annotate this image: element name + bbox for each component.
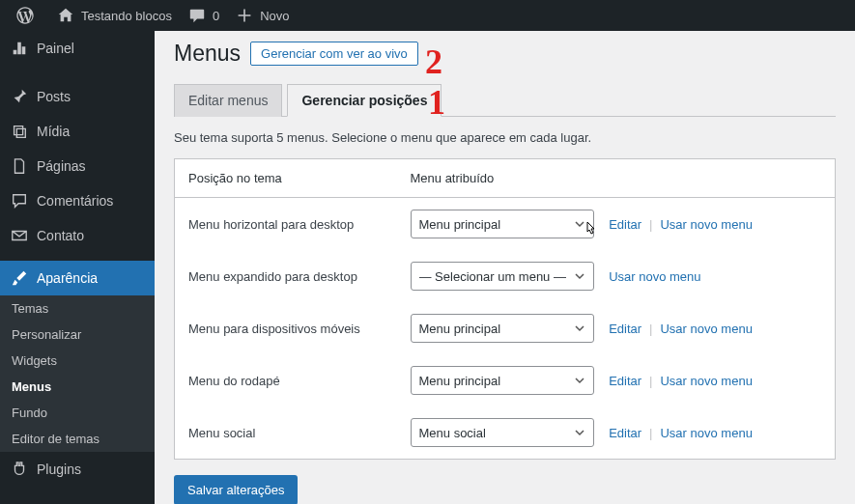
sidebar-item-painel[interactable]: Painel [0, 31, 155, 66]
live-preview-button[interactable]: Gerenciar com ver ao vivo [250, 42, 418, 66]
edit-link[interactable]: Editar [609, 374, 641, 388]
sidebar-item-aparencia[interactable]: Aparência [0, 261, 155, 295]
table-row: Menu horizontal para desktop Menu princi… [175, 198, 836, 251]
use-new-menu-link[interactable]: Usar novo menu [609, 269, 700, 284]
submenu-widgets[interactable]: Widgets [0, 348, 155, 374]
separator: | [649, 426, 652, 440]
table-row: Menu do rodapé Menu principal Editar | U… [175, 354, 836, 406]
sidebar-item-label: Páginas [37, 158, 86, 174]
edit-link[interactable]: Editar [609, 322, 641, 336]
menu-select[interactable]: Menu principal [411, 210, 594, 238]
page-title: Menus [174, 41, 241, 67]
comments-count: 0 [213, 9, 219, 23]
menu-select[interactable]: — Selecionar um menu — [411, 262, 594, 291]
sidebar-item-contato[interactable]: Contato [0, 218, 155, 253]
separator: | [649, 217, 652, 232]
position-label: Menu para dispositivos móveis [175, 302, 397, 354]
submenu-personalizar[interactable]: Personalizar [0, 322, 155, 348]
menu-select[interactable]: Menu principal [411, 366, 594, 395]
sidebar-item-label: Mídia [37, 124, 70, 139]
mail-icon [10, 226, 29, 245]
submenu-temas[interactable]: Temas [0, 295, 155, 322]
submenu-fundo[interactable]: Fundo [0, 400, 155, 426]
table-row: Menu para dispositivos móveis Menu princ… [175, 302, 836, 354]
brush-icon [10, 268, 29, 288]
sidebar-item-posts[interactable]: Posts [0, 79, 155, 114]
site-name-label: Testando blocos [81, 9, 172, 23]
save-button[interactable]: Salvar alterações [174, 475, 298, 504]
submenu-editor-temas[interactable]: Editor de temas [0, 426, 155, 452]
use-new-menu-link[interactable]: Usar novo menu [660, 374, 752, 388]
comment-icon [10, 191, 29, 210]
sidebar-item-paginas[interactable]: Páginas [0, 149, 155, 183]
column-menu: Menu atribuído [397, 159, 836, 198]
use-new-menu-link[interactable]: Usar novo menu [660, 322, 752, 336]
sidebar-item-midia[interactable]: Mídia [0, 114, 155, 149]
submenu-menus[interactable]: Menus [0, 374, 155, 400]
positions-table: Posição no tema Menu atribuído Menu hori… [174, 158, 836, 460]
sidebar-item-plugins[interactable]: Plugins [0, 452, 155, 487]
pin-icon [10, 87, 29, 106]
position-label: Menu social [175, 406, 397, 460]
sidebar-item-label: Contato [37, 228, 84, 243]
tab-edit-menus[interactable]: Editar menus [174, 84, 282, 117]
menu-select[interactable]: Menu principal [411, 314, 594, 343]
new-link[interactable]: Novo [227, 0, 297, 31]
main-content: Menus Gerenciar com ver ao vivo Editar m… [155, 31, 855, 504]
page-description: Seu tema suporta 5 menus. Selecione o me… [174, 130, 836, 145]
sidebar-item-label: Comentários [37, 193, 113, 209]
admin-sidebar: Painel Posts Mídia Páginas Comentários C… [0, 31, 155, 504]
column-position: Posição no tema [175, 159, 397, 198]
edit-link[interactable]: Editar [609, 217, 641, 232]
position-label: Menu do rodapé [175, 354, 397, 406]
position-label: Menu horizontal para desktop [175, 198, 397, 251]
page-icon [10, 156, 29, 176]
sidebar-item-comentarios[interactable]: Comentários [0, 183, 155, 218]
edit-link[interactable]: Editar [609, 426, 641, 440]
position-label: Menu expandido para desktop [175, 250, 397, 302]
table-row: Menu expandido para desktop — Selecionar… [175, 250, 836, 302]
separator: | [649, 374, 652, 388]
home-icon [56, 6, 75, 25]
wp-logo[interactable] [8, 0, 48, 31]
admin-toolbar: Testando blocos 0 Novo [0, 0, 855, 31]
tab-manage-positions[interactable]: Gerenciar posições [287, 84, 442, 117]
sidebar-item-label: Aparência [37, 270, 98, 286]
site-link[interactable]: Testando blocos [48, 0, 180, 31]
dashboard-icon [10, 39, 29, 58]
wordpress-icon [15, 6, 35, 25]
sidebar-item-label: Posts [37, 89, 71, 104]
table-row: Menu social Menu social Editar | Usar no… [175, 406, 836, 460]
media-icon [10, 122, 29, 141]
menu-select[interactable]: Menu social [411, 418, 594, 447]
sidebar-item-label: Painel [37, 41, 74, 56]
plug-icon [10, 460, 29, 479]
use-new-menu-link[interactable]: Usar novo menu [660, 217, 752, 232]
tabs-nav: Editar menus Gerenciar posições [174, 84, 836, 117]
separator: | [649, 322, 652, 336]
sidebar-item-label: Plugins [37, 462, 81, 477]
comments-link[interactable]: 0 [180, 0, 227, 31]
use-new-menu-link[interactable]: Usar novo menu [660, 426, 752, 440]
comment-icon [187, 6, 207, 25]
plus-icon [235, 6, 254, 25]
new-label: Novo [260, 9, 289, 23]
